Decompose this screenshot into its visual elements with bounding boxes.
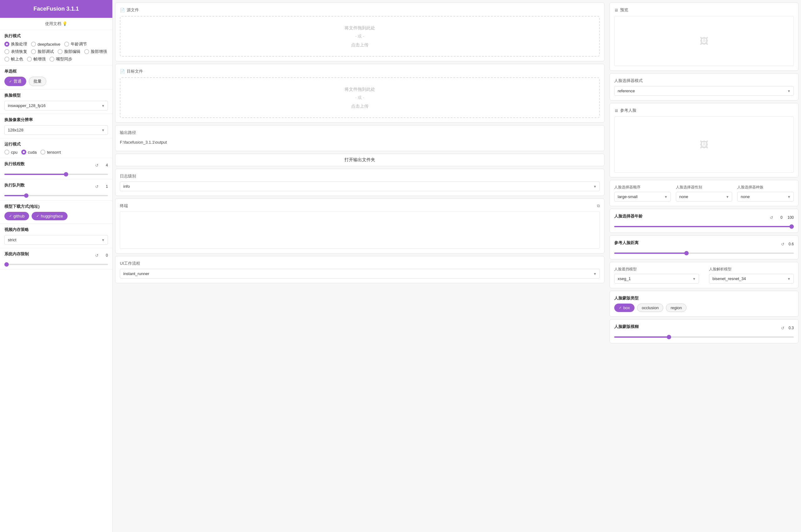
run-mode-title: 运行模式 bbox=[4, 141, 108, 147]
face-mask-type-box: 人脸蒙版类型 ✓ box occlusion region bbox=[610, 291, 799, 317]
ui-workflow-select[interactable]: instant_runner job_runner bbox=[120, 269, 600, 279]
mode-restore-label: 表情恢复 bbox=[11, 49, 27, 54]
mode-face-edit[interactable]: 脸部编辑 bbox=[58, 49, 80, 54]
mode-deepfacelive[interactable]: deepfacelive bbox=[31, 41, 60, 47]
log-level-select[interactable]: debug info warning error bbox=[120, 182, 600, 191]
run-cuda-radio[interactable] bbox=[21, 150, 26, 155]
frame-batch-btn[interactable]: 批量 bbox=[29, 77, 46, 86]
mode-color[interactable]: 帧上色 bbox=[4, 56, 23, 62]
face-order-select[interactable]: large-small small-large left-right bbox=[614, 192, 671, 202]
face-mask-model-select[interactable]: xseg_1 xseg_2 bbox=[614, 274, 699, 284]
face-race-label: 人脸选择器种族 bbox=[737, 185, 794, 190]
mode-face-debug[interactable]: 脸部调试 bbox=[31, 49, 54, 54]
run-tensorrt-radio[interactable] bbox=[40, 150, 45, 155]
mode-lip-sync[interactable]: 嘴型同步 bbox=[50, 56, 72, 62]
source-upload-area[interactable]: 将文件拖到此处 - 或 - 点击上传 bbox=[120, 16, 600, 57]
face-age-slider[interactable] bbox=[614, 226, 794, 227]
open-folder-label: 打开输出文件夹 bbox=[344, 157, 375, 162]
swap-resolution-select[interactable]: 128x128 256x256 512x512 bbox=[4, 125, 108, 135]
mode-age-adjust-label: 年龄调节 bbox=[71, 41, 87, 47]
run-mode-group: cpu cuda tensorrt bbox=[4, 150, 108, 155]
system-memory-value: 0 bbox=[100, 253, 108, 258]
system-memory-slider[interactable] bbox=[4, 264, 108, 265]
copy-icon[interactable]: ⧉ bbox=[597, 204, 600, 208]
download-huggingface-btn[interactable]: ✓ huggingface bbox=[32, 212, 68, 220]
mode-swap[interactable]: 换脸处理 bbox=[4, 41, 27, 47]
output-path-label: 输出路径 bbox=[120, 130, 600, 135]
face-age-reset[interactable]: ↺ bbox=[770, 215, 773, 220]
run-cuda[interactable]: cuda bbox=[21, 150, 37, 155]
face-parse-model-select[interactable]: bisenet_resnet_34 bisenet_resnet_18 bbox=[709, 274, 794, 284]
swap-resolution-title: 换脸像素分辨率 bbox=[4, 117, 108, 123]
mask-occlusion-btn[interactable]: occlusion bbox=[637, 304, 663, 312]
target-upload-area[interactable]: 将文件拖到此处 - 或 - 点击上传 bbox=[120, 77, 600, 118]
center-panel: 📄 源文件 将文件拖到此处 - 或 - 点击上传 📄 目标文件 将文件拖到此处 … bbox=[113, 0, 607, 532]
swap-resolution-section: 换脸像素分辨率 128x128 256x256 512x512 ▼ bbox=[0, 114, 112, 138]
system-memory-reset[interactable]: ↺ bbox=[95, 253, 99, 258]
mode-age-adjust-radio[interactable] bbox=[64, 42, 69, 46]
run-cpu-radio[interactable] bbox=[4, 150, 9, 155]
mode-face-debug-radio[interactable] bbox=[31, 49, 36, 54]
thread-count-reset[interactable]: ↺ bbox=[95, 163, 99, 168]
face-mask-blur-slider[interactable] bbox=[614, 337, 794, 338]
run-cuda-label: cuda bbox=[28, 150, 37, 155]
mode-face-edit-radio[interactable] bbox=[58, 49, 62, 54]
face-mask-blur-reset[interactable]: ↺ bbox=[781, 326, 784, 330]
mask-occlusion-label: occlusion bbox=[642, 305, 659, 310]
ref-distance-slider[interactable] bbox=[614, 252, 794, 254]
mask-box-label: box bbox=[623, 305, 630, 310]
run-cpu[interactable]: cpu bbox=[4, 150, 18, 155]
mode-age-adjust[interactable]: 年龄调节 bbox=[64, 41, 87, 47]
system-memory-section: 系统内存限制 ↺ 0 bbox=[0, 248, 112, 269]
swap-model-select[interactable]: inswapper_128_fp16 inswapper_128 simswap… bbox=[4, 101, 108, 111]
video-memory-section: 视频内存策略 strict moderate tolerant ▼ bbox=[0, 224, 112, 248]
mode-restore-radio[interactable] bbox=[4, 49, 9, 54]
face-race-select[interactable]: none asian white bbox=[737, 192, 794, 202]
ref-face-title: 🖥 参考人脸 bbox=[614, 108, 794, 113]
mode-face-enhance-radio[interactable] bbox=[84, 49, 89, 54]
preview-area: 🖼 bbox=[614, 16, 794, 66]
source-file-title: 📄 源文件 bbox=[120, 7, 600, 13]
mode-color-radio[interactable] bbox=[4, 57, 9, 62]
execution-mode-section: 执行模式 换脸处理 deepfacelive 年龄调节 表情恢复 脸部调试 bbox=[0, 30, 112, 65]
mask-region-label: region bbox=[670, 305, 682, 310]
mode-frame-enhance-radio[interactable] bbox=[27, 57, 32, 62]
download-github-btn[interactable]: ✓ github bbox=[4, 212, 29, 220]
mode-restore[interactable]: 表情恢复 bbox=[4, 49, 27, 54]
face-age-max: 100 bbox=[786, 215, 794, 220]
mask-region-btn[interactable]: region bbox=[666, 304, 686, 312]
mode-face-enhance[interactable]: 脸部增强 bbox=[84, 49, 107, 54]
run-tensorrt[interactable]: tensorrt bbox=[40, 150, 61, 155]
app-title: FaceFusion 3.1.1 bbox=[34, 6, 79, 12]
target-file-icon: 📄 bbox=[120, 69, 125, 74]
run-tensorrt-label: tensorrt bbox=[47, 150, 61, 155]
output-path-value: F:\facefusion_3.1.1\output bbox=[120, 138, 600, 147]
swap-model-section: 换脸模型 inswapper_128_fp16 inswapper_128 si… bbox=[0, 90, 112, 114]
mode-deepfacelive-radio[interactable] bbox=[31, 42, 36, 46]
target-or-text: - 或 - bbox=[356, 94, 364, 102]
mode-lip-sync-radio[interactable] bbox=[50, 57, 54, 62]
queue-size-reset[interactable]: ↺ bbox=[95, 184, 99, 189]
right-panel: 🖥 预览 🖼 人脸选择器模式 reference one many ▼ 🖥 参考… bbox=[607, 0, 801, 532]
face-parse-model-col: 人脸解析模型 bisenet_resnet_34 bisenet_resnet_… bbox=[709, 267, 794, 284]
preview-title: 🖥 预览 bbox=[614, 7, 794, 13]
frame-normal-btn[interactable]: ✓ 普通 bbox=[4, 77, 26, 86]
output-path-box: 输出路径 F:\facefusion_3.1.1\output bbox=[115, 125, 605, 151]
face-mask-blur-value: 0.3 bbox=[786, 326, 794, 330]
log-level-select-wrapper: debug info warning error ▼ bbox=[120, 182, 600, 191]
ref-distance-reset[interactable]: ↺ bbox=[781, 242, 784, 247]
face-mask-model-row: 人脸遮挡模型 xseg_1 xseg_2 ▼ 人脸解析模型 bisenet_re… bbox=[614, 267, 794, 284]
face-selector-mode-select[interactable]: reference one many bbox=[614, 86, 794, 96]
mode-color-label: 帧上色 bbox=[11, 56, 23, 62]
queue-size-slider[interactable] bbox=[4, 195, 108, 196]
open-folder-button[interactable]: 打开输出文件夹 bbox=[115, 154, 605, 166]
mode-frame-enhance[interactable]: 帧增强 bbox=[27, 56, 46, 62]
docs-link[interactable]: 使用文档 💡 bbox=[0, 18, 112, 30]
mask-box-btn[interactable]: ✓ box bbox=[614, 304, 634, 312]
face-gender-select[interactable]: none male female bbox=[676, 192, 732, 202]
execution-mode-group: 换脸处理 deepfacelive 年龄调节 表情恢复 脸部调试 脸部编辑 bbox=[4, 41, 108, 62]
video-memory-select[interactable]: strict moderate tolerant bbox=[4, 235, 108, 245]
frame-normal-check: ✓ bbox=[9, 79, 12, 83]
thread-count-slider[interactable] bbox=[4, 174, 108, 175]
mode-swap-radio[interactable] bbox=[4, 42, 9, 46]
